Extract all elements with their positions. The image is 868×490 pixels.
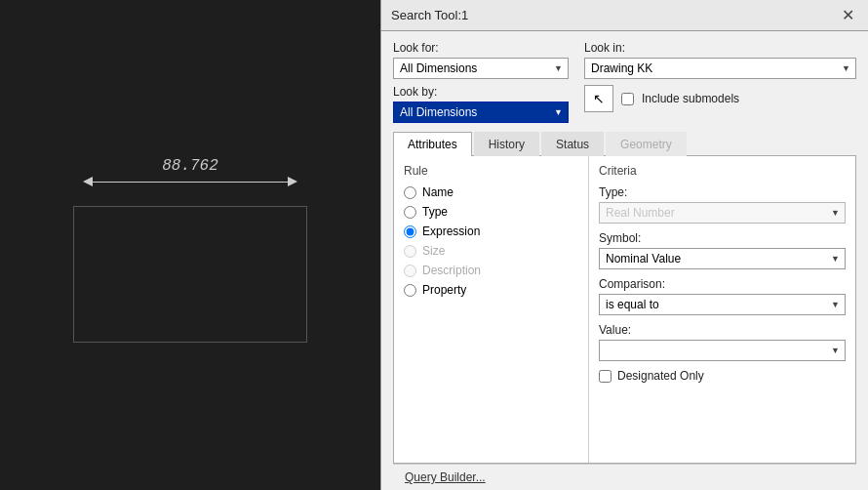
radio-expression: Expression <box>404 225 578 238</box>
criteria-type-label: Type: <box>599 185 846 199</box>
rule-panel: Rule Name Type Expression Size <box>394 156 589 463</box>
include-submodels-label: Include submodels <box>642 92 739 105</box>
designated-row: Designated Only <box>599 369 846 383</box>
submodel-row: ↖ Include submodels <box>584 85 856 112</box>
dimension-line <box>83 177 297 186</box>
arrow-right <box>288 177 297 186</box>
look-in-group: Look in: Drawing KK <box>584 41 856 79</box>
close-button[interactable]: ✕ <box>838 8 858 23</box>
criteria-comparison-select[interactable]: is equal to <box>599 294 846 315</box>
criteria-type-select-wrapper: Real Number <box>599 202 846 224</box>
criteria-symbol-select[interactable]: Nominal Value <box>599 248 846 269</box>
look-for-select-wrapper: All Dimensions <box>393 58 569 79</box>
left-form: Look for: All Dimensions Look by: All Di… <box>393 41 569 123</box>
cad-background: 88.762 <box>0 0 380 490</box>
tab-status[interactable]: Status <box>541 132 604 156</box>
tabs-bar: Attributes History Status Geometry <box>393 131 856 156</box>
cursor-button[interactable]: ↖ <box>584 85 613 112</box>
criteria-title: Criteria <box>599 164 846 178</box>
designated-only-label: Designated Only <box>617 369 704 383</box>
arrow-left <box>83 177 93 186</box>
tab-geometry: Geometry <box>606 132 687 156</box>
criteria-symbol-row: Symbol: Nominal Value <box>599 231 846 269</box>
look-for-select[interactable]: All Dimensions <box>393 58 569 79</box>
rule-title: Rule <box>404 164 578 178</box>
include-submodels-checkbox[interactable] <box>621 93 634 105</box>
dialog-titlebar: Search Tool:1 ✕ <box>381 0 868 31</box>
dialog-body: Look for: All Dimensions Look by: All Di… <box>381 31 868 490</box>
criteria-comparison-select-wrapper: is equal to <box>599 294 846 315</box>
cursor-icon: ↖ <box>593 91 605 106</box>
look-in-label: Look in: <box>584 41 856 55</box>
look-in-select-wrapper: Drawing KK <box>584 58 856 79</box>
criteria-symbol-select-wrapper: Nominal Value <box>599 248 846 269</box>
radio-type-label[interactable]: Type <box>422 205 448 219</box>
radio-expression-label[interactable]: Expression <box>422 225 480 238</box>
radio-size: Size <box>404 244 578 258</box>
criteria-comparison-label: Comparison: <box>599 277 846 291</box>
radio-type: Type <box>404 205 578 219</box>
dialog-title: Search Tool:1 <box>391 8 468 22</box>
right-form: Look in: Drawing KK ↖ Include submodels <box>584 41 856 123</box>
designated-only-checkbox[interactable] <box>599 370 612 383</box>
criteria-comparison-row: Comparison: is equal to <box>599 277 846 315</box>
criteria-type-select: Real Number <box>599 202 846 224</box>
cad-rectangle <box>73 206 307 343</box>
look-by-wrapper: All Dimensions <box>393 102 569 123</box>
criteria-type-row: Type: Real Number <box>599 185 846 224</box>
look-in-select[interactable]: Drawing KK <box>584 58 856 79</box>
radio-size-input <box>404 245 416 258</box>
query-builder-area: Query Builder... <box>393 464 856 490</box>
look-by-label: Look by: <box>393 85 569 99</box>
look-for-group: Look for: All Dimensions <box>393 41 569 79</box>
dim-line <box>93 182 288 183</box>
radio-type-input[interactable] <box>404 206 416 219</box>
radio-description-input <box>404 265 416 277</box>
query-builder-button[interactable]: Query Builder... <box>405 470 486 484</box>
radio-name-label[interactable]: Name <box>422 185 454 199</box>
top-form-area: Look for: All Dimensions Look by: All Di… <box>393 41 856 123</box>
radio-property: Property <box>404 283 578 297</box>
radio-property-input[interactable] <box>404 284 416 297</box>
tab-history[interactable]: History <box>474 132 539 156</box>
radio-expression-input[interactable] <box>404 225 416 238</box>
search-tool-dialog: Search Tool:1 ✕ Look for: All Dimensions… <box>380 0 868 490</box>
radio-property-label[interactable]: Property <box>422 283 466 297</box>
radio-size-label: Size <box>422 244 445 258</box>
radio-name: Name <box>404 185 578 199</box>
look-by-select[interactable]: All Dimensions <box>393 102 569 123</box>
tab-content: Rule Name Type Expression Size <box>393 156 856 464</box>
radio-description-label: Description <box>422 264 481 277</box>
criteria-panel: Criteria Type: Real Number Symbol: Nomin… <box>589 156 855 463</box>
criteria-value-label: Value: <box>599 323 846 337</box>
tab-attributes[interactable]: Attributes <box>393 132 472 156</box>
criteria-value-row: Value: <box>599 323 846 361</box>
cad-drawing: 88.762 <box>73 147 307 343</box>
criteria-value-input-wrapper <box>599 340 846 361</box>
criteria-symbol-label: Symbol: <box>599 231 846 245</box>
radio-name-input[interactable] <box>404 186 416 199</box>
look-for-label: Look for: <box>393 41 569 55</box>
radio-description: Description <box>404 264 578 277</box>
look-by-group: Look by: All Dimensions <box>393 85 569 123</box>
dimension-text: 88.762 <box>162 157 218 175</box>
criteria-value-input[interactable] <box>599 340 846 361</box>
